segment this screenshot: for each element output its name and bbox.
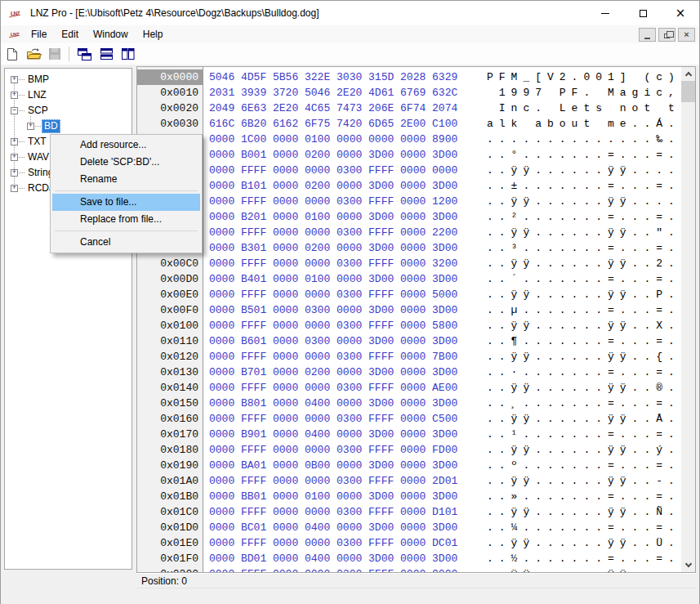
hex-bytes[interactable]: 0000 FFFF 0000 0000 0300 FFFF 0000 DC01	[209, 535, 457, 551]
hex-row[interactable]: 0x01000000 FFFF 0000 0000 0300 FFFF 0000…	[137, 318, 695, 333]
hex-bytes[interactable]: 0000 B701 0000 0200 0000 3D00 0000 3D00	[209, 365, 457, 380]
hex-ascii[interactable]: ..ÿÿ......ÿÿ..Ü.	[487, 535, 680, 551]
hex-row[interactable]: 0x01D00000 BC01 0000 0400 0000 3D00 0000…	[137, 520, 695, 535]
hex-bytes[interactable]: 0000 FFFF 0000 0000 0300 FFFF 0000 D101	[209, 504, 457, 520]
hex-row[interactable]: 0x00800000 FFFF 0000 0000 0300 FFFF 0000…	[137, 194, 695, 209]
hex-row[interactable]: 0x01100000 B601 0000 0300 0000 3D00 0000…	[137, 333, 695, 349]
hex-bytes[interactable]: 0000 FFFF 0000 0000 0300 FFFF 0000 2200	[209, 225, 457, 240]
hex-row[interactable]: 0x01800000 FFFF 0000 0000 0300 FFFF 0000…	[137, 442, 695, 458]
hex-ascii[interactable]: ..ÿÿ......ÿÿ....	[487, 194, 680, 209]
hex-bytes[interactable]: 0000 BC01 0000 0400 0000 3D00 0000 3D00	[209, 520, 457, 535]
hex-row[interactable]: 0x00600000 FFFF 0000 0000 0300 FFFF 0000…	[137, 163, 695, 178]
menubar-item-window[interactable]: Window	[86, 25, 136, 43]
expand-box-rcdat[interactable]: +	[11, 185, 18, 192]
tree-item-scp[interactable]: SCP	[25, 104, 51, 118]
hex-ascii[interactable]: ..¼.......=...=.	[487, 520, 680, 535]
scrollbar-thumb[interactable]	[681, 81, 695, 102]
hex-ascii[interactable]: ..¸.......=...=.	[487, 396, 680, 411]
hex-bytes[interactable]: 0000 B501 0000 0300 0000 3D00 0000 3D00	[209, 302, 457, 318]
context-menu-item-delete-scp-bd[interactable]: Delete 'SCP:BD'...	[52, 154, 200, 171]
hex-bytes[interactable]: 0000 B101 0000 0200 0000 3D00 0000 3D00	[209, 178, 457, 194]
hex-ascii[interactable]: ..ÿÿ......ÿÿ..X.	[487, 318, 680, 333]
hex-row[interactable]: 0x00F00000 B501 0000 0300 0000 3D00 0000…	[137, 302, 695, 318]
hex-bytes[interactable]: 0000 FFFF 0000 0000 0300 FFFF 0000 FD00	[209, 442, 457, 458]
scroll-up-button[interactable]	[681, 67, 695, 81]
hex-bytes[interactable]: 0000 FFFF 0000 0000 0300 FFFF 0000 1200	[209, 194, 457, 209]
hex-ascii[interactable]: ..ÿÿ......ÿÿ..-.	[487, 473, 680, 489]
mdi-close-button[interactable]: ×	[678, 28, 695, 42]
hex-row[interactable]: 0x01600000 FFFF 0000 0000 0300 FFFF 0000…	[137, 411, 695, 427]
hex-row[interactable]: 0x00005046 4D5F 5B56 322E 3030 315D 2028…	[137, 69, 695, 85]
hex-ascii[interactable]: ..´.......=...=.	[487, 271, 680, 287]
hex-ascii[interactable]: ..ÿÿ......ÿÿ....	[487, 566, 680, 572]
hex-ascii[interactable]: ..............‰.	[487, 132, 680, 147]
hex-ascii[interactable]: ..ÿÿ......ÿÿ..ý.	[487, 442, 680, 458]
hex-bytes[interactable]: 5046 4D5F 5B56 322E 3030 315D 2028 6329	[209, 69, 457, 85]
hex-row[interactable]: 0x01B00000 BB01 0000 0100 0000 3D00 0000…	[137, 489, 695, 504]
hex-ascii[interactable]: ..µ.......=...=.	[487, 302, 680, 318]
expand-box-string[interactable]: +	[11, 169, 18, 177]
hex-ascii[interactable]: PFM_[V2.001] (c)	[487, 69, 680, 85]
mdi-restore-button[interactable]	[658, 28, 675, 42]
tile-vertical-button[interactable]	[118, 45, 137, 63]
hex-ascii[interactable]: ..ÿÿ......ÿÿ..Ñ.	[487, 504, 680, 520]
hex-bytes[interactable]: 0000 FFFF 0000 0000 0300 FFFF 0000 5000	[209, 287, 457, 302]
hex-row[interactable]: 0x01F00000 BD01 0000 0400 0000 3D00 0000…	[137, 551, 695, 566]
expand-box-wav[interactable]: +	[11, 154, 18, 161]
hex-bytes[interactable]: 616C 6B20 6162 6F75 7420 6D65 2E00 C100	[209, 116, 457, 132]
hex-ascii[interactable]: Inc. Lets not t	[487, 101, 680, 116]
hex-ascii[interactable]: ..».......=...=.	[487, 489, 680, 504]
expand-box-txt[interactable]: +	[11, 138, 18, 145]
hex-ascii[interactable]: ..¶.......=...=.	[487, 333, 680, 349]
hex-row[interactable]: 0x00700000 B101 0000 0200 0000 3D00 0000…	[137, 178, 695, 194]
tree-item-wav[interactable]: WAV	[25, 150, 51, 164]
hex-row[interactable]: 0x01400000 FFFF 0000 0000 0300 FFFF 0000…	[137, 380, 695, 396]
expand-box-bmp[interactable]: +	[11, 76, 18, 83]
hex-bytes[interactable]: 0000 FFFF 0000 0000 0300 FFFF 0000 2D01	[209, 473, 457, 489]
expand-box-bd[interactable]: +	[27, 123, 34, 130]
hex-bytes[interactable]: 0000 BB01 0000 0100 0000 3D00 0000 3D00	[209, 489, 457, 504]
close-button[interactable]: ×	[662, 1, 699, 25]
hex-bytes[interactable]: 0000 BA01 0000 0B00 0000 3D00 0000 3D00	[209, 458, 457, 473]
menubar-item-file[interactable]: File	[24, 25, 54, 43]
hex-bytes[interactable]: 0000 FFFF 0000 0000 0300 FFFF 0000 5800	[209, 318, 457, 333]
hex-ascii[interactable]: ..±.......=...=.	[487, 178, 680, 194]
hex-ascii[interactable]: ..½.......=...=.	[487, 551, 680, 566]
hex-row[interactable]: 0x01700000 B901 0000 0400 0000 3D00 0000…	[137, 427, 695, 442]
hex-ascii[interactable]: 1997 PF. Magic,	[487, 85, 680, 101]
hex-viewer-panel[interactable]: 0x00005046 4D5F 5B56 322E 3030 315D 2028…	[136, 66, 696, 573]
hex-bytes[interactable]: 0000 B801 0000 0400 0000 3D00 0000 3D00	[209, 396, 457, 411]
open-file-button[interactable]	[24, 45, 43, 63]
hex-bytes[interactable]: 0000 B901 0000 0400 0000 3D00 0000 3D00	[209, 427, 457, 442]
hex-ascii[interactable]: ..·.......=...=.	[487, 365, 680, 380]
vertical-scrollbar[interactable]	[681, 67, 695, 572]
hex-bytes[interactable]: 0000 1C00 0000 0100 0000 0000 0000 8900	[209, 132, 457, 147]
tree-item-txt[interactable]: TXT	[25, 135, 49, 149]
hex-bytes[interactable]: 0000 FFFF 0000 0000 0300 FFFF 0000 3200	[209, 256, 457, 271]
hex-row[interactable]: 0x00C00000 FFFF 0000 0000 0300 FFFF 0000…	[137, 256, 695, 271]
scroll-down-button[interactable]	[681, 558, 695, 572]
hex-bytes[interactable]: 2031 3939 3720 5046 2E20 4D61 6769 632C	[209, 85, 457, 101]
collapse-box-scp[interactable]: −	[11, 107, 18, 114]
hex-bytes[interactable]: 0000 B601 0000 0300 0000 3D00 0000 3D00	[209, 333, 457, 349]
cascade-windows-button[interactable]	[75, 45, 95, 63]
hex-ascii[interactable]: alk about me..Á.	[487, 116, 680, 132]
hex-ascii[interactable]: ..ÿÿ......ÿÿ..".	[487, 225, 680, 240]
mdi-minimize-button[interactable]	[639, 28, 656, 42]
hex-row[interactable]: 0x01A00000 FFFF 0000 0000 0300 FFFF 0000…	[137, 473, 695, 489]
hex-bytes[interactable]: 0000 FFFF 0000 0000 0300 FFFF 0000 0000	[209, 566, 457, 572]
hex-bytes[interactable]: 0000 FFFF 0000 0000 0300 FFFF 0000 0000	[209, 163, 457, 178]
hex-ascii[interactable]: ..².......=...=.	[487, 209, 680, 225]
hex-row[interactable]: 0x00E00000 FFFF 0000 0000 0300 FFFF 0000…	[137, 287, 695, 302]
hex-row[interactable]: 0x00900000 B201 0000 0100 0000 3D00 0000…	[137, 209, 695, 225]
hex-row[interactable]: 0x00500000 B001 0000 0200 0000 3D00 0000…	[137, 147, 695, 163]
hex-row[interactable]: 0x01C00000 FFFF 0000 0000 0300 FFFF 0000…	[137, 504, 695, 520]
context-menu-item-replace-from-file[interactable]: Replace from file...	[52, 211, 200, 228]
tile-horizontal-button[interactable]	[96, 45, 116, 63]
hex-row[interactable]: 0x01300000 B701 0000 0200 0000 3D00 0000…	[137, 365, 695, 380]
hex-bytes[interactable]: 0000 BD01 0000 0400 0000 3D00 0000 3D00	[209, 551, 457, 566]
hex-ascii[interactable]: ..ÿÿ......ÿÿ....	[487, 163, 680, 178]
context-menu-item-rename[interactable]: Rename	[52, 171, 200, 188]
new-file-button[interactable]	[2, 45, 22, 63]
hex-row[interactable]: 0x00202049 6E63 2E20 4C65 7473 206E 6F74…	[137, 101, 695, 116]
